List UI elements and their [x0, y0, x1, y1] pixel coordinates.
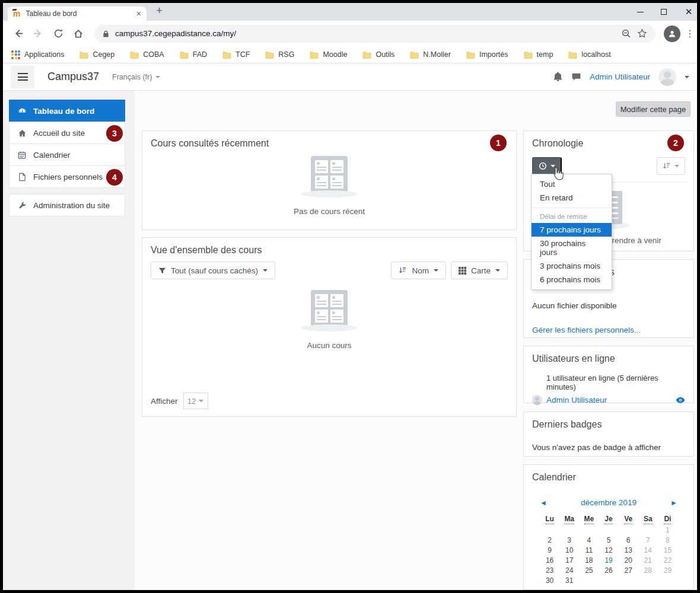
window-maximize-button[interactable]: [652, 3, 676, 21]
calendar-day: [559, 525, 579, 535]
course-filter-dropdown[interactable]: Tout (sauf cours cachés): [151, 262, 275, 279]
course-view-label: Carte: [471, 266, 491, 275]
sidebar-item-calendar[interactable]: Calendrier: [9, 144, 125, 166]
url-bar[interactable]: campus37.cegepadistance.ca/my/: [94, 25, 656, 43]
user-menu-link[interactable]: Admin Utilisateur: [590, 72, 650, 81]
bookmark-label: Moodle: [323, 50, 347, 59]
messages-icon[interactable]: [571, 72, 581, 82]
apps-shortcut[interactable]: Applications: [11, 50, 64, 59]
chevron-down-icon: [434, 269, 438, 272]
latest-badges-card: Derniers badges Vous n'avez pas de badge…: [523, 412, 694, 457]
zoom-out-icon[interactable]: [621, 28, 631, 39]
calendar-day: 31: [559, 575, 579, 585]
edit-page-button[interactable]: Modifier cette page: [616, 101, 691, 117]
course-sort-dropdown[interactable]: Nom: [391, 262, 446, 279]
bookmark-folder[interactable]: Importés: [466, 50, 508, 59]
bookmarks-bar: Applications Cegep COBA FAD TCF RSG Mood…: [3, 46, 697, 63]
timeline-sort-button[interactable]: [657, 157, 685, 175]
sidebar-item-private-files[interactable]: Fichiers personnels 4: [9, 165, 125, 188]
folder-icon: [265, 51, 274, 59]
calendar-day: [579, 575, 599, 585]
eye-icon[interactable]: [676, 397, 685, 404]
site-name[interactable]: Campus37: [47, 71, 99, 83]
dropdown-item-all[interactable]: Tout: [532, 177, 612, 191]
browser-profile-avatar[interactable]: [664, 25, 680, 42]
bookmark-folder[interactable]: N.Moller: [410, 50, 451, 59]
sidebar-item-site-admin[interactable]: Administration du site: [9, 194, 125, 216]
calendar-day: 22: [658, 555, 677, 565]
dropdown-item-next-30-days[interactable]: 30 prochains jours: [532, 237, 612, 259]
bookmark-label: COBA: [143, 50, 164, 59]
bookmark-folder[interactable]: TCF: [222, 50, 250, 59]
calendar-day: [619, 575, 638, 585]
bookmark-folder[interactable]: localhost: [568, 50, 610, 59]
notifications-bell-icon[interactable]: [553, 72, 563, 82]
annotation-badge-4: 4: [106, 169, 123, 186]
calendar-day: 10: [559, 545, 579, 555]
calendar-next-icon[interactable]: ►: [670, 499, 677, 507]
calendar-month-link[interactable]: décembre 2019: [547, 498, 670, 507]
timeline-filter-dropdown-menu: Tout En retard Délai de remise 7 prochai…: [531, 174, 612, 290]
new-tab-button[interactable]: +: [156, 4, 163, 17]
calendar-day: [638, 575, 658, 585]
url-text[interactable]: campus37.cegepadistance.ca/my/: [115, 29, 615, 38]
menu-toggle-button[interactable]: [11, 66, 34, 88]
course-view-dropdown[interactable]: Carte: [451, 262, 508, 279]
calendar-day-today[interactable]: 19: [599, 555, 618, 565]
chevron-down-icon: [155, 76, 160, 78]
day-header: Lu: [540, 513, 559, 525]
bookmark-star-icon[interactable]: [637, 28, 647, 39]
bookmark-folder[interactable]: RSG: [265, 50, 294, 59]
dropdown-item-overdue[interactable]: En retard: [532, 191, 612, 205]
show-label: Afficher: [151, 397, 178, 406]
calendar-day: 26: [599, 565, 618, 575]
bookmark-folder[interactable]: temp: [524, 50, 553, 59]
online-user-link[interactable]: Admin Utilisateur: [546, 396, 607, 404]
home-icon[interactable]: [71, 26, 86, 42]
course-overview-title: Vue d'ensemble des cours: [151, 245, 508, 256]
sidebar-item-site-home[interactable]: Accueil du site 3: [9, 122, 125, 144]
forward-icon[interactable]: [30, 26, 46, 42]
reload-icon[interactable]: [50, 26, 66, 42]
show-count-select[interactable]: 12: [183, 393, 208, 409]
sidebar-item-dashboard[interactable]: Tableau de bord: [9, 100, 125, 122]
calendar-icon: [17, 151, 27, 160]
sidebar-item-label: Fichiers personnels: [33, 173, 103, 181]
recent-courses-empty-text: Pas de cours récent: [294, 207, 365, 216]
window-close-button[interactable]: ✕: [677, 3, 700, 21]
calendar-day: 11: [579, 545, 599, 555]
moodle-favicon: m: [13, 11, 20, 17]
folder-icon: [362, 51, 371, 59]
window-minimize-button[interactable]: [628, 3, 652, 21]
browser-tab[interactable]: m Tableau de bord ×: [8, 7, 147, 21]
dropdown-item-next-3-months[interactable]: 3 prochains mois: [532, 259, 612, 273]
manage-private-files-link[interactable]: Gérer les fichiers personnels...: [532, 326, 685, 334]
folder-icon: [466, 51, 475, 59]
browser-toolbar: campus37.cegepadistance.ca/my/ ⋮: [3, 21, 697, 46]
grid-icon: [459, 267, 466, 275]
language-menu[interactable]: Français (fr): [112, 73, 160, 81]
course-overview-empty-text: Aucun cours: [307, 341, 351, 350]
courses-empty-icon: [311, 156, 348, 193]
dropdown-item-next-6-months[interactable]: 6 prochains mois: [532, 273, 612, 286]
course-filter-label: Tout (sauf cours cachés): [171, 266, 258, 275]
bookmark-folder[interactable]: Outils: [362, 50, 394, 59]
file-icon: [17, 173, 27, 181]
bookmark-folder[interactable]: FAD: [180, 50, 207, 59]
lock-icon: [103, 30, 109, 38]
calendar-prev-icon[interactable]: ◄: [540, 499, 547, 507]
tab-close-icon[interactable]: ×: [136, 9, 141, 18]
dropdown-item-next-7-days[interactable]: 7 prochains jours: [532, 223, 612, 237]
bookmark-label: N.Moller: [423, 50, 451, 59]
day-header: Sa: [638, 513, 658, 525]
language-label: Français (fr): [112, 73, 152, 81]
calendar-day: 8: [658, 535, 677, 545]
browser-menu-icon[interactable]: ⋮: [685, 28, 690, 39]
user-avatar[interactable]: [658, 68, 676, 86]
back-icon[interactable]: [10, 26, 26, 42]
bookmark-folder[interactable]: Moodle: [310, 50, 347, 59]
moodle-navbar: Campus37 Français (fr) Admin Utilisateur: [3, 63, 697, 91]
bookmark-folder[interactable]: COBA: [130, 50, 164, 59]
user-menu-caret-icon[interactable]: [685, 76, 689, 78]
bookmark-folder[interactable]: Cegep: [79, 50, 114, 59]
